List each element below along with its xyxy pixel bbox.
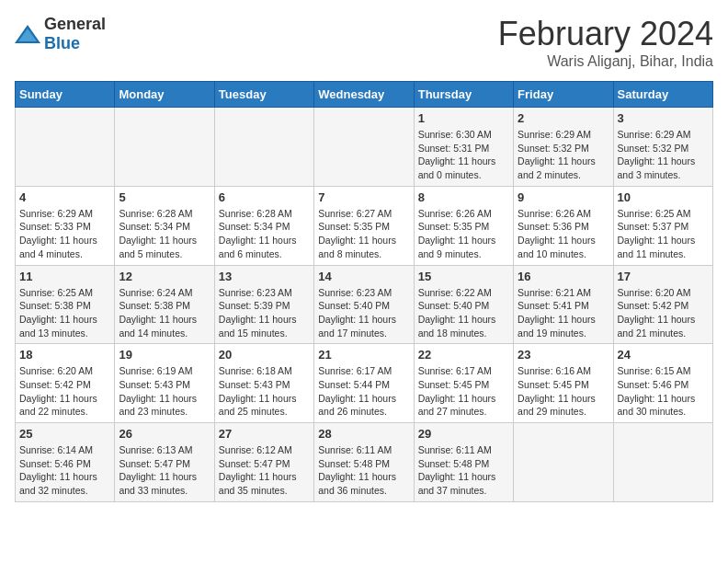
calendar-cell	[613, 423, 712, 502]
day-number: 17	[618, 270, 709, 283]
day-info: Sunrise: 6:13 AMSunset: 5:47 PMDaylight:…	[119, 443, 210, 498]
calendar-cell	[214, 108, 313, 187]
sub-title: Waris Aliganj, Bihar, India	[498, 53, 713, 70]
day-info: Sunrise: 6:11 AMSunset: 5:48 PMDaylight:…	[418, 443, 509, 498]
day-info: Sunrise: 6:19 AMSunset: 5:43 PMDaylight:…	[119, 364, 210, 419]
day-number: 24	[618, 348, 709, 362]
day-number: 22	[418, 348, 509, 362]
header-thursday: Thursday	[414, 82, 513, 108]
calendar-cell	[115, 108, 214, 187]
day-info: Sunrise: 6:21 AMSunset: 5:41 PMDaylight:…	[518, 286, 609, 340]
calendar-cell: 6Sunrise: 6:28 AMSunset: 5:34 PMDaylight…	[214, 186, 313, 265]
day-info: Sunrise: 6:16 AMSunset: 5:45 PMDaylight:…	[518, 364, 609, 419]
header-tuesday: Tuesday	[214, 82, 313, 108]
day-info: Sunrise: 6:28 AMSunset: 5:34 PMDaylight:…	[119, 207, 210, 261]
day-number: 19	[119, 348, 210, 362]
logo-general-text: General	[44, 15, 106, 33]
day-info: Sunrise: 6:12 AMSunset: 5:47 PMDaylight:…	[219, 443, 310, 498]
day-number: 18	[19, 348, 110, 362]
day-info: Sunrise: 6:22 AMSunset: 5:40 PMDaylight:…	[418, 286, 509, 340]
day-number: 25	[19, 427, 110, 441]
calendar-cell: 13Sunrise: 6:23 AMSunset: 5:39 PMDayligh…	[214, 265, 313, 344]
calendar-cell: 26Sunrise: 6:13 AMSunset: 5:47 PMDayligh…	[115, 423, 214, 502]
day-number: 26	[119, 427, 210, 441]
day-number: 16	[518, 270, 609, 283]
day-info: Sunrise: 6:29 AMSunset: 5:32 PMDaylight:…	[518, 128, 609, 182]
calendar-cell: 24Sunrise: 6:15 AMSunset: 5:46 PMDayligh…	[613, 344, 712, 423]
week-row-4: 18Sunrise: 6:20 AMSunset: 5:42 PMDayligh…	[16, 344, 713, 423]
day-number: 7	[318, 190, 409, 204]
week-row-1: 1Sunrise: 6:30 AMSunset: 5:31 PMDaylight…	[16, 108, 713, 187]
week-row-5: 25Sunrise: 6:14 AMSunset: 5:46 PMDayligh…	[16, 423, 713, 502]
day-info: Sunrise: 6:29 AMSunset: 5:32 PMDaylight:…	[618, 128, 709, 182]
calendar-cell: 18Sunrise: 6:20 AMSunset: 5:42 PMDayligh…	[16, 344, 115, 423]
day-info: Sunrise: 6:30 AMSunset: 5:31 PMDaylight:…	[418, 128, 509, 182]
day-info: Sunrise: 6:27 AMSunset: 5:35 PMDaylight:…	[318, 207, 409, 261]
day-info: Sunrise: 6:15 AMSunset: 5:46 PMDaylight:…	[618, 364, 709, 419]
day-number: 3	[618, 111, 709, 125]
calendar-cell: 10Sunrise: 6:25 AMSunset: 5:37 PMDayligh…	[613, 186, 712, 265]
day-number: 15	[418, 270, 509, 283]
calendar-cell: 27Sunrise: 6:12 AMSunset: 5:47 PMDayligh…	[214, 423, 313, 502]
calendar-cell: 9Sunrise: 6:26 AMSunset: 5:36 PMDaylight…	[514, 186, 613, 265]
calendar-cell	[16, 108, 115, 187]
calendar-cell: 1Sunrise: 6:30 AMSunset: 5:31 PMDaylight…	[414, 108, 513, 187]
day-number: 29	[418, 427, 509, 441]
header-monday: Monday	[115, 82, 214, 108]
generalblue-logo-icon	[15, 23, 40, 45]
calendar-cell: 2Sunrise: 6:29 AMSunset: 5:32 PMDaylight…	[514, 108, 613, 187]
day-info: Sunrise: 6:20 AMSunset: 5:42 PMDaylight:…	[618, 286, 709, 340]
calendar-cell: 12Sunrise: 6:24 AMSunset: 5:38 PMDayligh…	[115, 265, 214, 344]
day-number: 11	[19, 270, 110, 283]
calendar-table: SundayMondayTuesdayWednesdayThursdayFrid…	[15, 81, 713, 502]
calendar-cell: 4Sunrise: 6:29 AMSunset: 5:33 PMDaylight…	[16, 186, 115, 265]
day-number: 4	[19, 190, 110, 204]
calendar-cell	[514, 423, 613, 502]
day-info: Sunrise: 6:11 AMSunset: 5:48 PMDaylight:…	[318, 443, 409, 498]
day-info: Sunrise: 6:17 AMSunset: 5:44 PMDaylight:…	[318, 364, 409, 419]
calendar-cell: 5Sunrise: 6:28 AMSunset: 5:34 PMDaylight…	[115, 186, 214, 265]
calendar-cell: 25Sunrise: 6:14 AMSunset: 5:46 PMDayligh…	[16, 423, 115, 502]
logo: General Blue	[15, 15, 106, 53]
day-info: Sunrise: 6:25 AMSunset: 5:38 PMDaylight:…	[19, 286, 110, 340]
calendar-cell: 11Sunrise: 6:25 AMSunset: 5:38 PMDayligh…	[16, 265, 115, 344]
week-row-2: 4Sunrise: 6:29 AMSunset: 5:33 PMDaylight…	[16, 186, 713, 265]
calendar-cell: 7Sunrise: 6:27 AMSunset: 5:35 PMDaylight…	[314, 186, 414, 265]
header-saturday: Saturday	[613, 82, 712, 108]
day-number: 9	[518, 190, 609, 204]
day-number: 21	[318, 348, 409, 362]
logo-blue-text: Blue	[44, 34, 80, 52]
day-number: 12	[119, 270, 210, 283]
day-number: 10	[618, 190, 709, 204]
day-number: 5	[119, 190, 210, 204]
header-sunday: Sunday	[16, 82, 115, 108]
day-info: Sunrise: 6:23 AMSunset: 5:39 PMDaylight:…	[219, 286, 310, 340]
day-number: 14	[318, 270, 409, 283]
day-info: Sunrise: 6:29 AMSunset: 5:33 PMDaylight:…	[19, 207, 110, 261]
calendar-cell: 16Sunrise: 6:21 AMSunset: 5:41 PMDayligh…	[514, 265, 613, 344]
calendar-cell: 3Sunrise: 6:29 AMSunset: 5:32 PMDaylight…	[613, 108, 712, 187]
calendar-cell: 20Sunrise: 6:18 AMSunset: 5:43 PMDayligh…	[214, 344, 313, 423]
day-info: Sunrise: 6:18 AMSunset: 5:43 PMDaylight:…	[219, 364, 310, 419]
day-info: Sunrise: 6:24 AMSunset: 5:38 PMDaylight:…	[119, 286, 210, 340]
day-info: Sunrise: 6:28 AMSunset: 5:34 PMDaylight:…	[219, 207, 310, 261]
calendar-cell: 21Sunrise: 6:17 AMSunset: 5:44 PMDayligh…	[314, 344, 414, 423]
header: General Blue February 2024 Waris Aliganj…	[15, 15, 713, 70]
calendar-cell: 23Sunrise: 6:16 AMSunset: 5:45 PMDayligh…	[514, 344, 613, 423]
day-info: Sunrise: 6:23 AMSunset: 5:40 PMDaylight:…	[318, 286, 409, 340]
calendar-cell: 17Sunrise: 6:20 AMSunset: 5:42 PMDayligh…	[613, 265, 712, 344]
day-number: 1	[418, 111, 509, 125]
main-title: February 2024	[498, 15, 713, 53]
calendar-cell: 19Sunrise: 6:19 AMSunset: 5:43 PMDayligh…	[115, 344, 214, 423]
day-number: 27	[219, 427, 310, 441]
day-info: Sunrise: 6:20 AMSunset: 5:42 PMDaylight:…	[19, 364, 110, 419]
day-info: Sunrise: 6:26 AMSunset: 5:35 PMDaylight:…	[418, 207, 509, 261]
day-number: 6	[219, 190, 310, 204]
calendar-cell: 22Sunrise: 6:17 AMSunset: 5:45 PMDayligh…	[414, 344, 513, 423]
title-area: February 2024 Waris Aliganj, Bihar, Indi…	[498, 15, 713, 70]
calendar-cell: 28Sunrise: 6:11 AMSunset: 5:48 PMDayligh…	[314, 423, 414, 502]
day-info: Sunrise: 6:14 AMSunset: 5:46 PMDaylight:…	[19, 443, 110, 498]
header-wednesday: Wednesday	[314, 82, 414, 108]
day-number: 20	[219, 348, 310, 362]
calendar-cell: 29Sunrise: 6:11 AMSunset: 5:48 PMDayligh…	[414, 423, 513, 502]
